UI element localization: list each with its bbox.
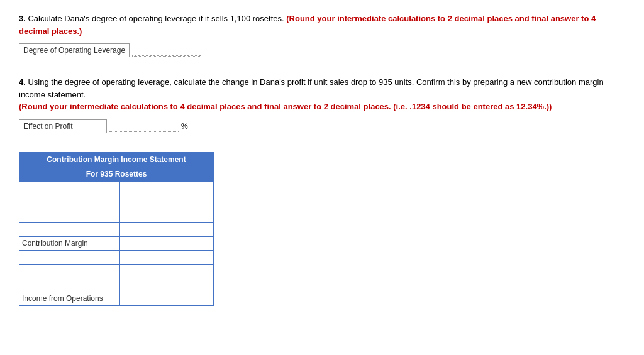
q4-input[interactable]	[109, 120, 179, 132]
row-value-8	[119, 278, 213, 292]
row-label-6	[19, 250, 120, 264]
q3-body: Calculate Dana's degree of operating lev…	[28, 14, 286, 23]
row-7-label-input[interactable]	[22, 266, 117, 276]
row-7-value-input[interactable]	[123, 266, 211, 276]
contribution-margin-label: Contribution Margin	[19, 236, 120, 250]
row-label-4	[19, 222, 120, 236]
table-row	[19, 209, 214, 222]
row-2-value-input[interactable]	[123, 197, 211, 207]
row-4-value-input[interactable]	[123, 224, 211, 234]
contribution-margin-value	[119, 236, 213, 250]
row-value-6	[119, 250, 213, 264]
table-row-income-operations: Income from Operations	[19, 292, 214, 305]
row-label-2	[19, 195, 120, 209]
table-row	[19, 250, 214, 264]
table-row	[19, 278, 214, 292]
question-3-section: 3. Calculate Dana's degree of operating …	[19, 13, 625, 57]
row-4-label-input[interactable]	[22, 224, 117, 234]
row-2-label-input[interactable]	[22, 197, 117, 207]
table-row	[19, 195, 214, 209]
contribution-margin-table: Contribution Margin Income Statement For…	[19, 152, 214, 306]
q3-input[interactable]	[132, 45, 201, 57]
income-from-operations-value	[119, 292, 213, 305]
q4-label: Effect on Profit	[19, 119, 107, 133]
row-3-label-input[interactable]	[22, 210, 117, 221]
row-value-1	[119, 181, 213, 195]
question-4-section: 4. Using the degree of operating leverag…	[19, 76, 625, 133]
q4-body: Using the degree of operating leverage, …	[19, 77, 604, 99]
q4-input-row: Effect on Profit %	[19, 119, 625, 133]
table-row-contribution-margin: Contribution Margin	[19, 236, 214, 250]
q4-number: 4.	[19, 77, 26, 87]
row-label-3	[19, 209, 120, 222]
table-title-2: For 935 Rosettes	[19, 167, 214, 181]
table-section: Contribution Margin Income Statement For…	[19, 152, 625, 306]
row-1-value-input[interactable]	[123, 183, 211, 193]
row-label-1	[19, 181, 120, 195]
income-from-operations-label: Income from Operations	[19, 292, 120, 305]
table-title-1: Contribution Margin Income Statement	[19, 152, 214, 167]
q3-label: Degree of Operating Leverage	[19, 43, 130, 57]
row-6-value-input[interactable]	[123, 252, 211, 262]
row-label-8	[19, 278, 120, 292]
table-row	[19, 264, 214, 278]
q4-text: 4. Using the degree of operating leverag…	[19, 76, 625, 113]
income-from-operations-input[interactable]	[123, 293, 211, 303]
q4-highlight: (Round your intermediate calculations to…	[19, 102, 552, 111]
row-value-7	[119, 264, 213, 278]
row-6-label-input[interactable]	[22, 252, 117, 262]
row-8-value-input[interactable]	[123, 280, 211, 290]
q3-number: 3.	[19, 14, 26, 23]
row-value-3	[119, 209, 213, 222]
q3-input-row: Degree of Operating Leverage	[19, 43, 625, 57]
table-row	[19, 181, 214, 195]
contribution-margin-input[interactable]	[123, 238, 211, 248]
row-1-label-input[interactable]	[22, 183, 117, 193]
row-label-7	[19, 264, 120, 278]
row-8-label-input[interactable]	[22, 280, 117, 290]
row-value-4	[119, 222, 213, 236]
row-value-2	[119, 195, 213, 209]
percent-sign: %	[181, 122, 188, 131]
table-row	[19, 222, 214, 236]
row-3-value-input[interactable]	[123, 210, 211, 221]
q3-text: 3. Calculate Dana's degree of operating …	[19, 13, 625, 37]
